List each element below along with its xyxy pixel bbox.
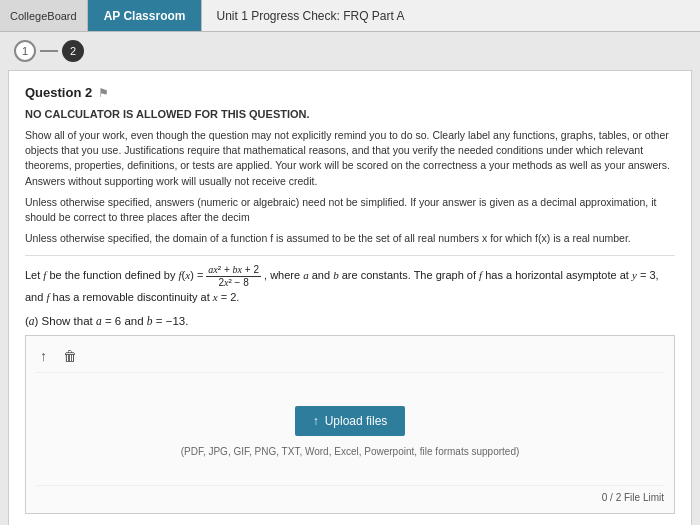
- ap-tab-label: AP Classroom: [104, 9, 186, 23]
- upload-formats: (PDF, JPG, GIF, PNG, TXT, Word, Excel, P…: [181, 446, 520, 457]
- ap-classroom-tab[interactable]: AP Classroom: [88, 0, 203, 31]
- upload-button-icon: ↑: [313, 414, 319, 428]
- flag-icon[interactable]: ⚑: [98, 86, 109, 100]
- upload-files-button[interactable]: ↑ Upload files: [295, 406, 406, 436]
- upload-area: ↑ 🗑 ↑ Upload files (PDF, JPG, GIF, PNG, …: [25, 335, 675, 514]
- function-definition: Let f be the function defined by f(x) = …: [25, 264, 675, 306]
- instruction-3: Unless otherwise specified, the domain o…: [25, 231, 675, 246]
- question-header: Question 2 ⚑: [25, 85, 675, 100]
- college-board-label: CollegeBoard: [10, 10, 77, 22]
- step-1-label: 1: [22, 45, 28, 57]
- unit-tab[interactable]: Unit 1 Progress Check: FRQ Part A: [202, 0, 700, 31]
- top-bar: CollegeBoard AP Classroom Unit 1 Progres…: [0, 0, 700, 32]
- divider-1: [25, 255, 675, 256]
- upload-toolbar-icon[interactable]: ↑: [36, 346, 51, 366]
- file-limit: 0 / 2 File Limit: [36, 485, 664, 503]
- upload-toolbar: ↑ 🗑: [36, 346, 664, 373]
- no-calc-notice: NO CALCULATOR IS ALLOWED FOR THIS QUESTI…: [25, 108, 675, 120]
- step-1-circle[interactable]: 1: [14, 40, 36, 62]
- question-title: Question 2: [25, 85, 92, 100]
- main-content: Question 2 ⚑ NO CALCULATOR IS ALLOWED FO…: [8, 70, 692, 525]
- step-2-label: 2: [70, 45, 76, 57]
- instruction-1: Show all of your work, even though the q…: [25, 128, 675, 189]
- college-board-tab[interactable]: CollegeBoard: [0, 0, 88, 31]
- step-bar: 1 2: [0, 32, 700, 70]
- trash-toolbar-icon[interactable]: 🗑: [59, 346, 81, 366]
- instruction-2: Unless otherwise specified, answers (num…: [25, 195, 675, 225]
- upload-button-label: Upload files: [325, 414, 388, 428]
- upload-drop-zone: ↑ Upload files (PDF, JPG, GIF, PNG, TXT,…: [36, 381, 664, 481]
- step-connector: [40, 50, 58, 52]
- unit-tab-label: Unit 1 Progress Check: FRQ Part A: [216, 9, 404, 23]
- part-a-label: (a) Show that a = 6 and b = −13.: [25, 315, 675, 327]
- step-2-circle[interactable]: 2: [62, 40, 84, 62]
